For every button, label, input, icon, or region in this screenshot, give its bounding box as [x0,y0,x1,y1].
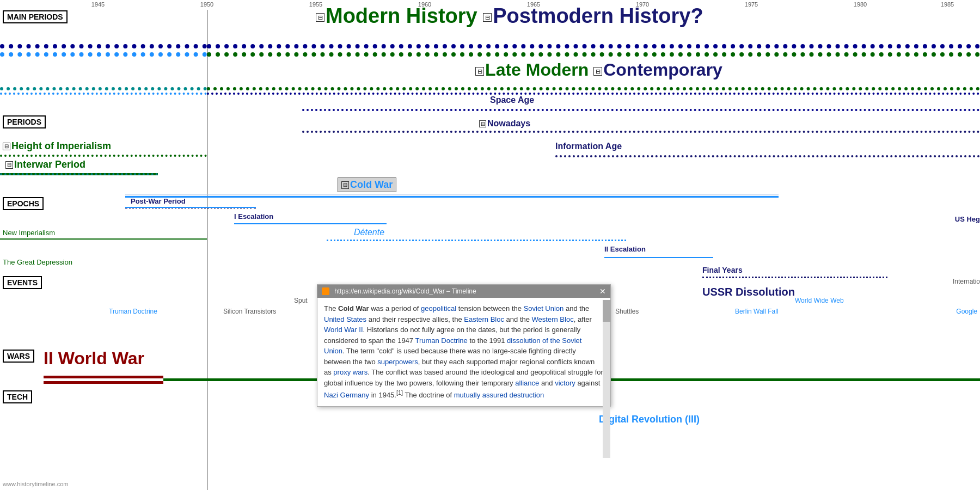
main-periods-bar1 [0,42,980,49]
periods-bar3 [0,86,980,90]
events-label: EVENTS [3,276,42,289]
space-age-bar [302,109,980,111]
final-years-bar [702,277,887,278]
google-label: Google [956,308,977,315]
popup-titlebar: https://en.wikipedia.org/wiki/Cold_War –… [317,285,610,298]
year-1945: 1945 [91,1,105,8]
link-geopolitical[interactable]: geopolitical [421,304,456,313]
year-1950-line [207,10,207,490]
periods-label: PERIODS [3,115,46,128]
link-alliance[interactable]: alliance [515,379,539,387]
bar3-teal [0,87,207,90]
link-ww2[interactable]: World War II [324,326,363,334]
main-periods-label: MAIN PERIODS [3,10,68,23]
ii-escalation-label: II Escalation [604,245,646,253]
cold-war-collapse[interactable]: ⊟ [341,181,349,189]
detente-bar [327,240,626,241]
popup-content[interactable]: The Cold War was a period of geopolitica… [317,298,610,406]
height-imperialism-bar [0,155,207,157]
i-escalation-label: I Escalation [234,212,273,220]
world-wide-web-label: World Wide Web [795,297,844,304]
i-escalation-bar [234,223,387,224]
contemporary-title: ⊟Contemporary [593,60,722,79]
us-hegemony-label: US Heg [955,215,980,223]
postmodern-collapse[interactable]: ⊟ [483,13,492,22]
bar2-blue [0,52,207,57]
post-war-bar-solid [125,207,256,208]
footer-text: www.historytimeline.com [3,481,68,487]
digital-revolution-label: Digital Revolution (III) [599,414,700,425]
tech-label: TECH [3,390,32,403]
year-1985: 1985 [941,1,954,8]
height-imperialism-label: ⊟Height of Imperialism [3,140,111,152]
bar1-left [0,44,207,48]
popup-scrollbar-thumb[interactable] [603,300,610,322]
cold-war-bar-solid [125,196,779,198]
popup-scrollbar-track [603,300,610,458]
timeline-container: 1945 1950 1955 1960 1965 1970 1975 1980 … [0,0,980,490]
ww2-bar-top [44,376,163,378]
link-eastern-bloc[interactable]: Eastern Bloc [464,315,504,323]
bar4-darkblue [207,93,980,95]
popup-url-text: https://en.wikipedia.org/wiki/Cold_War –… [334,287,476,295]
events-section: EVENTS [3,278,42,287]
ii-escalation-bar [604,257,713,258]
cold-war-bar-light [125,194,779,195]
link-united-states[interactable]: United States [324,315,366,323]
ww2-bar-bottom [44,381,163,384]
bar1-right [207,44,980,48]
nowadays-collapse[interactable]: ⊟ [479,120,486,127]
final-years-label: Final Years [702,266,743,274]
sputnik-label: Sput [294,297,308,304]
link-superpowers[interactable]: superpowers [377,358,418,366]
wars-section: WARS [3,351,34,361]
popup-close-button[interactable]: ✕ [599,287,606,296]
truman-doctrine-label: Truman Doctrine [109,308,157,315]
new-imperialism-label: New Imperialism [3,229,55,237]
interwar-bar-dots [0,173,158,175]
wikipedia-popup[interactable]: https://en.wikipedia.org/wiki/Cold_War –… [317,284,611,407]
epochs-section: EPOCHS [3,199,44,209]
bar3-green [207,87,980,90]
tech-section: TECH [3,392,32,402]
interwar-collapse[interactable]: ⊟ [5,161,13,169]
link-nazi-germany[interactable]: Nazi Germany [324,391,369,399]
modern-history-collapse[interactable]: ⊟ [316,13,324,22]
berlin-wall-fall-label: Berlin Wall Fall [735,308,779,315]
post-war-label: Post-War Period [131,197,186,205]
interwar-period-label: ⊟Interwar Period [5,159,85,170]
information-age-label: Information Age [555,142,622,151]
nowadays-label: ⊟Nowadays [479,119,530,128]
ussr-dissolution-label: USSR Dissolution [702,286,795,298]
shuttles-label: Shuttles [615,308,639,315]
link-proxy-wars[interactable]: proxy wars [333,368,367,376]
main-periods-section-label: MAIN PERIODS [3,12,68,22]
epochs-label: EPOCHS [3,197,44,210]
link-victory[interactable]: victory [555,379,575,387]
link-soviet-union[interactable]: Soviet Union [524,304,564,313]
wars-label: WARS [3,350,34,363]
height-imperialism-collapse[interactable]: ⊟ [3,143,10,150]
new-imperialism-bar [0,238,207,240]
year-1975: 1975 [745,1,758,8]
information-age-bar [555,155,980,157]
year-1950: 1950 [200,1,213,8]
space-age-label: Space Age [490,95,534,105]
late-modern-collapse[interactable]: ⊟ [475,67,484,76]
modern-history-title: ⊟Modern History ⊟Postmodern History? [316,4,703,28]
detente-label: Détente [354,228,384,237]
periods-section: PERIODS [3,117,46,127]
cold-war-label[interactable]: ⊟Cold War [338,177,396,192]
contemporary-collapse[interactable]: ⊟ [593,67,602,76]
international-label: Internatio [953,278,980,285]
year-1980: 1980 [854,1,867,8]
link-truman-doctrine[interactable]: Truman Doctrine [415,336,467,345]
bar4-blue [0,93,207,95]
nowadays-bar [302,131,980,133]
late-modern-title: ⊟Late Modern [475,60,593,79]
main-periods-bar2 [0,51,980,57]
link-mutually-assured[interactable]: mutually assured destruction [454,391,544,399]
great-depression-label: The Great Depression [3,258,72,266]
link-western-bloc[interactable]: Western Bloc [532,315,574,323]
popup-favicon [322,287,329,295]
